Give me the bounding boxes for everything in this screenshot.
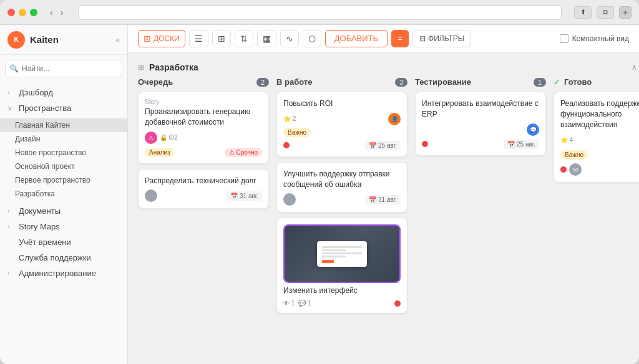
check-icon: ✓ [554,77,560,87]
minimize-button[interactable] [19,9,26,16]
sidebar-item-label: Story Maps [19,222,120,231]
sidebar-item-main-kaiten[interactable]: Главная Кайтен [0,118,127,132]
cards-inprogress: Повысить ROI ⭐ 2 👤 Важно [276,92,407,314]
col-count-testing: 1 [534,78,546,87]
sidebar-item-label: Дэшборд [19,88,120,97]
dialog-line [322,249,346,251]
more-views-button[interactable]: ⬡ [303,30,321,47]
calendar-button[interactable]: ▦ [257,30,276,47]
section-collapse-icon[interactable]: ∧ [632,63,637,72]
card-footer: 📅 25 авг. [422,140,539,149]
card-footer: 📅 25 авг. [283,141,401,150]
col-header-testing: Тестирование 1 [415,77,546,92]
equals-button[interactable]: = [391,30,409,47]
add-button[interactable]: ДОБАВИТЬ [325,30,388,47]
col-title-testing: Тестирование [415,77,530,87]
sidebar-item-new-space[interactable]: Новое пространство [0,146,127,160]
card-title: Распределить технический долг [145,176,262,186]
new-tab-button[interactable]: + [619,6,632,19]
logo-icon: K [7,31,25,49]
window-actions: ⬆ ⧉ + [574,6,632,19]
col-count-inprogress: 3 [395,78,407,87]
card-tech-debt[interactable]: Распределить технический долг 📅 31 авг. [138,169,269,209]
copy-button[interactable]: ⧉ [597,6,614,19]
chart-icon: ∿ [286,34,293,44]
search-box: 🔍 [5,60,122,77]
sidebar: K Kaiten « 🔍 › Дэшборд ∨ Пространства [0,25,128,364]
sidebar-item-story-maps[interactable]: › Story Maps [0,219,127,234]
red-dot [394,300,401,307]
card-functional[interactable]: Реализовать поддержку функционального вз… [554,92,639,183]
red-dot [422,141,428,147]
red-dot [283,142,290,148]
card-footer: 10 ⚠ Срочно [560,163,639,176]
sort-button[interactable]: ⇅ [235,30,253,47]
forward-button[interactable]: › [58,6,66,19]
sidebar-item-label: Учёт времени [19,237,120,247]
sidebar-item-documents[interactable]: › Документы [0,203,127,219]
card-erp[interactable]: Интегрировать взаимодействие с ERP 💬 📅 2… [415,92,546,156]
sidebar-nav: › Дэшборд ∨ Пространства Главная Кайтен … [0,82,127,364]
main-content: ⊞ ДОСКИ ☰ ⊞ ⇅ ▦ ∿ ⬡ [128,25,639,364]
card-error-msg[interactable]: Улучшить поддержку отправки сообщений об… [276,162,407,213]
card-interface[interactable]: Изменить интерфейс 👁 1 💬 1 [276,218,407,314]
reactions-count: 👁 1 [283,300,295,307]
app-body: K Kaiten « 🔍 › Дэшборд ∨ Пространства [0,25,639,364]
card-title: Проанализировать генерацию добавочной ст… [145,107,262,128]
grid-view-button[interactable]: ⊞ [212,30,231,47]
avatar [145,189,157,202]
calendar-icon: ▦ [263,34,271,44]
avatar: 👤 [388,113,401,125]
list-view-button[interactable]: ☰ [189,30,208,47]
chevron-down-icon: ∨ [7,105,15,112]
sidebar-item-spaces[interactable]: ∨ Пространства [0,100,127,116]
sidebar-header: K Kaiten « [0,25,127,55]
sidebar-item-admin[interactable]: › Администрирование [0,266,127,281]
grid-icon: ⊞ [218,34,225,44]
filter-icon: ⊟ [419,34,426,43]
filter-button[interactable]: ⊟ ФИЛЬТРЫ [412,30,471,47]
card-analyze[interactable]: Story Проанализировать генерацию добавоч… [138,92,269,164]
maximize-button[interactable] [30,9,37,16]
dialog-line [322,256,346,257]
boards-button[interactable]: ⊞ ДОСКИ [138,30,185,47]
card-footer: 📅 31 авг. [145,189,262,202]
dialog-line [322,246,362,248]
dialog-line [322,252,362,254]
close-button[interactable] [7,9,15,16]
compact-checkbox[interactable] [560,34,568,43]
date-badge: 📅 25 авг. [504,140,539,149]
sidebar-collapse-button[interactable]: « [115,36,120,44]
search-input[interactable] [5,60,122,77]
sidebar-item-design[interactable]: Дизайн [0,132,127,146]
sidebar-item-first-space[interactable]: Первое пространство [0,173,127,187]
sidebar-item-time-tracking[interactable]: Учёт времени [0,234,127,250]
card-title: Интегрировать взаимодействие с ERP [422,98,539,120]
sidebar-item-main-project[interactable]: Основной проект [0,160,127,173]
filter-label: ФИЛЬТРЫ [428,34,464,43]
list-icon: ☰ [195,34,203,44]
sidebar-item-label: Служба поддержки [19,253,120,262]
dialog-btn [322,260,334,263]
search-icon: 🔍 [9,64,19,73]
sidebar-item-dashboard[interactable]: › Дэшборд [0,85,127,100]
avatar-extra: 10 [569,163,582,176]
compact-label: Компактный вид [572,34,629,43]
back-button[interactable]: ‹ [47,6,56,19]
sidebar-item-development[interactable]: Разработка [0,187,127,201]
share-button[interactable]: ⬆ [574,6,592,19]
url-bar[interactable] [78,5,562,20]
col-title-queue: Очередь [138,77,253,87]
card-footer: 📅 31 авг. [283,193,401,206]
avatar: 💬 [527,123,539,136]
analysis-badge: Анализ [145,148,175,157]
column-queue: Очередь 2 Story Проанализировать генерац… [138,77,269,314]
chart-button[interactable]: ∿ [280,30,299,47]
sidebar-item-support[interactable]: Служба поддержки [0,250,127,266]
boards-icon: ⊞ [144,34,151,44]
date-badge: 📅 31 авг. [365,195,401,204]
dialog-mock [317,241,367,267]
card-title: Повысить ROI [283,98,401,109]
card-roi[interactable]: Повысить ROI ⭐ 2 👤 Важно [276,92,407,157]
logo-text: Kaiten [30,34,110,45]
